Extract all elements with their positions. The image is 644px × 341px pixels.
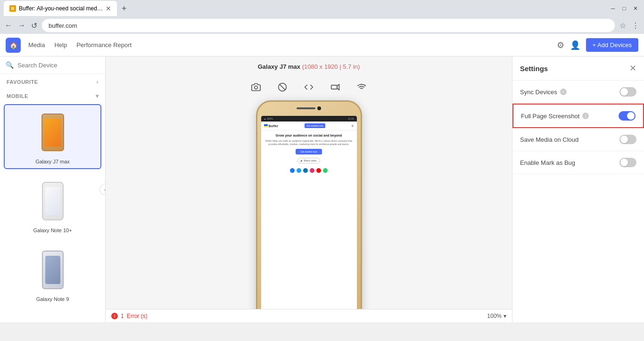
ukraine-flag-icon xyxy=(264,124,268,127)
account-icon-btn[interactable]: 👤 xyxy=(570,40,580,50)
mobile-section-header: MOBILE ▾ xyxy=(0,88,105,102)
reload-button[interactable]: ↺ xyxy=(30,20,38,31)
video-tool-btn[interactable] xyxy=(326,80,345,95)
device-header: Galaxy J7 max (1080 x 1920 | 5.7 in) xyxy=(106,57,512,77)
save-media-label: Save Media on Cloud xyxy=(520,136,578,143)
active-tab[interactable]: B Buffer: All-you-need social medi... ✕ xyxy=(4,1,117,16)
error-dot-icon: ! xyxy=(111,313,118,319)
app-logo: 🏠 xyxy=(6,38,21,53)
main-content: Galaxy J7 max (1080 x 1920 | 5.7 in) xyxy=(106,57,512,322)
device-thumbnail-note10 xyxy=(34,178,72,225)
settings-item-screenshot: Full Page Screenshot i xyxy=(512,104,644,128)
add-devices-button[interactable]: + Add Devices xyxy=(586,38,638,52)
nav-media[interactable]: Media xyxy=(28,40,45,50)
screenshot-label: Full Page Screenshot i xyxy=(521,113,589,120)
search-input[interactable] xyxy=(17,62,99,69)
maximize-button[interactable]: □ xyxy=(619,5,629,12)
svg-rect-3 xyxy=(331,85,338,89)
address-bar[interactable]: buffer.com xyxy=(42,19,615,32)
code-tool-btn[interactable] xyxy=(299,80,318,95)
screenshot-info-icon[interactable]: i xyxy=(582,113,589,119)
nav-performance[interactable]: Performance Report xyxy=(76,40,132,50)
device-item-note10[interactable]: Galaxy Note 10+ xyxy=(4,173,101,238)
zoom-level: 100% xyxy=(487,313,502,319)
phone-network: ▲ 100% xyxy=(264,117,273,120)
search-box: 🔍 xyxy=(0,57,105,74)
favourite-chevron-icon[interactable]: › xyxy=(97,79,99,85)
screenshot-toggle[interactable] xyxy=(619,111,636,121)
device-name-note9: Galaxy Note 9 xyxy=(36,296,69,302)
facebook-icon xyxy=(290,168,295,173)
window-close-button[interactable]: ✕ xyxy=(631,5,640,12)
forward-button[interactable]: → xyxy=(17,20,26,31)
tag-tool-btn[interactable] xyxy=(273,80,292,95)
settings-title: Settings xyxy=(520,65,548,73)
settings-header: Settings ✕ xyxy=(512,57,644,81)
settings-close-btn[interactable]: ✕ xyxy=(629,63,636,73)
instagram-icon xyxy=(310,168,314,173)
phone-thumb-note10 xyxy=(42,182,64,220)
whatsapp-icon xyxy=(323,168,328,173)
mark-bug-toggle[interactable] xyxy=(619,158,636,167)
tab-close-btn[interactable]: ✕ xyxy=(106,5,111,12)
error-label: Error (s) xyxy=(127,313,148,319)
tab-title: Buffer: All-you-need social medi... xyxy=(19,5,103,12)
device-title: Galaxy J7 max xyxy=(258,63,300,70)
watch-label: Watch video xyxy=(304,159,316,162)
hero-title: Grow your audience on social and beyond xyxy=(264,133,354,138)
browser-chrome: B Buffer: All-you-need social medi... ✕ … xyxy=(0,0,644,17)
minimize-button[interactable]: ─ xyxy=(608,5,618,12)
browser-menu-button[interactable]: ⋮ xyxy=(631,20,640,31)
get-started-mini-btn[interactable]: Get started now xyxy=(305,123,325,128)
device-item-j7[interactable]: Galaxy J7 max xyxy=(4,104,101,169)
play-icon: ▶ xyxy=(301,159,303,162)
search-icon: 🔍 xyxy=(6,61,14,69)
device-toolbar xyxy=(106,77,512,100)
settings-item-mark-bug: Enable Mark as Bug xyxy=(512,151,644,174)
hamburger-icon[interactable]: ≡ xyxy=(352,124,354,128)
screen-cta-btn[interactable]: Get started now xyxy=(296,149,322,154)
phone-status-bar: ▲ 100% 12:42 xyxy=(261,116,357,122)
hero-text: Buffer helps you build an audience organ… xyxy=(264,139,354,146)
svg-point-0 xyxy=(255,86,258,89)
url-display: buffer.com xyxy=(49,22,77,29)
bookmark-button[interactable]: ☆ xyxy=(619,20,627,31)
new-tab-button[interactable]: + xyxy=(119,3,130,15)
buffer-logo: Buffer xyxy=(264,124,279,128)
status-bar: ! 1 Error (s) 100% ▾ xyxy=(106,309,512,322)
svg-marker-4 xyxy=(337,84,339,90)
wifi-tool-btn[interactable] xyxy=(352,80,371,95)
mobile-label: MOBILE xyxy=(7,93,28,99)
device-resolution: (1080 x 1920 | 5.7 in) xyxy=(302,63,360,70)
svg-line-2 xyxy=(280,84,285,90)
screen-hero: Grow your audience on social and beyond … xyxy=(261,130,357,166)
error-badge: ! 1 Error (s) xyxy=(111,313,148,319)
youtube-icon xyxy=(316,168,321,173)
device-name-j7: Galaxy J7 max xyxy=(35,159,70,164)
twitter-icon xyxy=(297,168,301,173)
device-name-note10: Galaxy Note 10+ xyxy=(33,227,72,233)
zoom-info[interactable]: 100% ▾ xyxy=(487,313,506,319)
settings-icon-btn[interactable]: ⚙ xyxy=(557,40,564,50)
buffer-nav-bar: Buffer Get started now ≡ xyxy=(261,122,357,130)
save-media-toggle[interactable] xyxy=(619,135,636,144)
settings-item-sync: Sync Devices i xyxy=(512,81,644,104)
camera-tool-btn[interactable] xyxy=(247,80,265,95)
back-button[interactable]: ← xyxy=(4,20,13,31)
favourite-label: FAVOURITE xyxy=(7,79,38,85)
device-item-note9[interactable]: Galaxy Note 9 xyxy=(4,242,101,307)
main-layout: 🔍 FAVOURITE › MOBILE ▾ Galaxy J7 max xyxy=(0,57,644,322)
buffer-brand: Buffer xyxy=(269,124,279,128)
phone-camera xyxy=(317,106,321,110)
error-count: 1 xyxy=(121,313,124,319)
phone-mockup: ▲ 100% 12:42 Buffer Get started now ≡ Gr… xyxy=(256,100,362,322)
linkedin-icon xyxy=(303,168,308,173)
sync-devices-toggle[interactable] xyxy=(619,87,636,97)
mark-bug-label: Enable Mark as Bug xyxy=(520,159,575,166)
phone-notch xyxy=(297,106,321,110)
watch-video-btn[interactable]: ▶ Watch video xyxy=(297,158,320,163)
nav-help[interactable]: Help xyxy=(54,40,67,50)
sync-info-icon[interactable]: i xyxy=(560,89,567,95)
mobile-chevron-icon[interactable]: ▾ xyxy=(96,93,99,99)
sync-devices-label: Sync Devices i xyxy=(520,89,567,96)
